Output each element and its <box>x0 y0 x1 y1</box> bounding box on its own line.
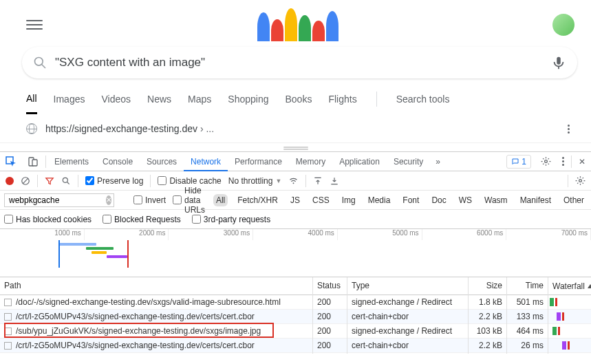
filter-other[interactable]: Other <box>561 194 587 206</box>
export-har-icon[interactable] <box>330 176 339 186</box>
timeline-band <box>58 240 141 268</box>
search-input[interactable] <box>55 56 551 69</box>
filter-media[interactable]: Media <box>365 194 394 206</box>
preserve-log-checkbox[interactable]: Preserve log <box>85 176 143 186</box>
svg-line-9 <box>23 178 28 183</box>
svg-point-10 <box>63 178 67 182</box>
col-type[interactable]: Type <box>347 277 469 295</box>
filter-manifest[interactable]: Manifest <box>517 194 554 206</box>
network-filter-bar: ✕ Invert Hide data URLs All Fetch/XHR JS… <box>0 191 591 210</box>
panel-performance[interactable]: Performance <box>228 152 289 171</box>
network-table-header: Path Status Type Size Time Waterfall <box>0 277 591 295</box>
filter-icon[interactable] <box>45 176 54 186</box>
devtools: Elements Console Sources Network Perform… <box>0 151 591 364</box>
filter-fetch[interactable]: Fetch/XHR <box>235 194 281 206</box>
table-row[interactable]: /crt/l-zG5oMUPv43/s/signed-exchange-test… <box>0 339 591 353</box>
panel-network[interactable]: Network <box>184 152 228 171</box>
tick: 1000 ms <box>0 229 85 240</box>
svg-point-13 <box>579 180 582 182</box>
svg-point-7 <box>545 160 548 163</box>
devtools-drag-handle[interactable] <box>0 143 591 151</box>
google-doodle[interactable] <box>243 6 353 44</box>
panel-elements[interactable]: Elements <box>47 152 96 171</box>
filter-ws[interactable]: WS <box>456 194 475 206</box>
search-page: All Images Videos News Maps Shopping Boo… <box>0 0 591 143</box>
filter-all[interactable]: All <box>213 194 228 206</box>
initiator-checkbox[interactable] <box>4 342 12 350</box>
search-network-icon[interactable] <box>61 176 71 186</box>
tab-images[interactable]: Images <box>54 85 85 113</box>
filter-js[interactable]: JS <box>288 194 303 206</box>
import-har-icon[interactable] <box>313 176 323 186</box>
panel-application[interactable]: Application <box>332 152 387 171</box>
filter-doc[interactable]: Doc <box>429 194 449 206</box>
filter-input[interactable] <box>4 193 114 207</box>
record-button[interactable] <box>6 177 14 185</box>
whats-new-badge[interactable]: 1 <box>506 155 531 169</box>
tab-all[interactable]: All <box>26 85 37 114</box>
col-status[interactable]: Status <box>313 277 347 295</box>
tab-flights[interactable]: Flights <box>328 85 356 113</box>
svg-rect-6 <box>32 160 37 166</box>
inspect-icon[interactable] <box>0 156 22 167</box>
clear-icon[interactable] <box>21 176 30 186</box>
device-toggle-icon[interactable] <box>22 156 44 167</box>
tab-news[interactable]: News <box>147 85 171 113</box>
menu-icon[interactable] <box>26 17 43 33</box>
filter-img[interactable]: Img <box>339 194 358 206</box>
close-devtools-icon[interactable]: ✕ <box>573 157 591 167</box>
waterfall-cell <box>548 295 591 309</box>
settings-icon[interactable] <box>535 156 557 167</box>
search-box[interactable] <box>22 47 577 78</box>
table-row[interactable]: /sub/ypu_jZuGukVK/s/signed-exchange-test… <box>0 324 591 339</box>
initiator-checkbox[interactable] <box>4 299 12 306</box>
panel-security[interactable]: Security <box>387 152 430 171</box>
time-text: 26 ms <box>507 337 548 354</box>
tab-shopping[interactable]: Shopping <box>228 85 268 113</box>
waterfall-cell <box>548 339 591 352</box>
path-text: /sub/ypu_jZuGukVK/s/signed-exchange-test… <box>16 326 261 336</box>
avatar[interactable] <box>552 14 574 36</box>
disable-cache-checkbox[interactable]: Disable cache <box>158 176 221 186</box>
mic-icon[interactable] <box>551 55 566 70</box>
panel-memory[interactable]: Memory <box>289 152 332 171</box>
tab-books[interactable]: Books <box>285 85 312 113</box>
invert-checkbox[interactable]: Invert <box>133 195 166 205</box>
svg-point-12 <box>293 182 294 184</box>
waterfall-cell <box>548 310 591 323</box>
network-conditions-icon[interactable] <box>288 175 299 186</box>
col-time[interactable]: Time <box>507 277 548 295</box>
blocked-requests-checkbox[interactable]: Blocked Requests <box>103 215 181 224</box>
sort-icon <box>588 284 591 288</box>
tab-maps[interactable]: Maps <box>188 85 211 113</box>
table-row[interactable]: /crt/l-zG5oMUPv43/s/signed-exchange-test… <box>0 310 591 324</box>
network-filter-bar-2: Has blocked cookies Blocked Requests 3rd… <box>0 210 591 229</box>
blocked-cookies-checkbox[interactable]: Has blocked cookies <box>4 215 92 224</box>
timeline-overview[interactable]: 1000 ms 2000 ms 3000 ms 4000 ms 5000 ms … <box>0 229 591 277</box>
more-panels-icon[interactable]: » <box>430 157 446 167</box>
initiator-checkbox[interactable] <box>4 313 12 321</box>
globe-icon <box>26 123 37 134</box>
svg-line-11 <box>67 182 69 184</box>
col-path[interactable]: Path <box>0 277 313 295</box>
col-size[interactable]: Size <box>469 277 507 295</box>
more-icon[interactable] <box>562 125 574 133</box>
kebab-icon[interactable] <box>557 157 570 166</box>
table-row[interactable]: /doc/-/s/signed-exchange-testing.dev/sxg… <box>0 295 591 310</box>
search-tools[interactable]: Search tools <box>396 85 450 113</box>
panel-sources[interactable]: Sources <box>140 152 184 171</box>
network-settings-icon[interactable] <box>575 175 585 186</box>
clear-filter-icon[interactable]: ✕ <box>106 195 111 205</box>
result-breadcrumb[interactable]: https://signed-exchange-testing.dev › ..… <box>19 117 580 140</box>
filter-wasm[interactable]: Wasm <box>482 194 511 206</box>
svg-rect-2 <box>557 57 561 65</box>
tab-videos[interactable]: Videos <box>101 85 131 113</box>
third-party-checkbox[interactable]: 3rd-party requests <box>192 215 270 224</box>
initiator-checkbox[interactable] <box>4 328 12 335</box>
filter-font[interactable]: Font <box>400 194 422 206</box>
col-waterfall[interactable]: Waterfall <box>548 277 591 295</box>
filter-css[interactable]: CSS <box>310 194 332 206</box>
path-text: /crt/l-zG5oMUPv43/s/signed-exchange-test… <box>16 341 255 350</box>
throttling-select[interactable]: No throttling ▼ <box>228 176 282 186</box>
panel-console[interactable]: Console <box>96 152 140 171</box>
